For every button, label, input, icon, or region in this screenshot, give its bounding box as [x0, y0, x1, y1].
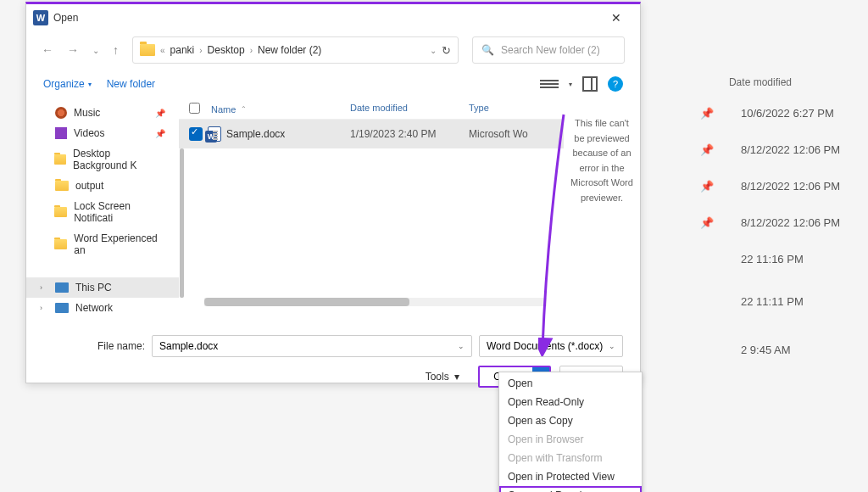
pin-icon[interactable]: 📌 [700, 107, 715, 120]
word-app-icon: W [33, 10, 48, 25]
help-button[interactable]: ? [608, 76, 623, 92]
horizontal-scrollbar[interactable] [204, 298, 547, 306]
sidebar-item-network[interactable]: ›Network [26, 298, 179, 318]
menu-item-open[interactable]: Open [499, 374, 642, 393]
menu-item-open-protected[interactable]: Open in Protected View [499, 467, 642, 486]
folder-icon [55, 181, 69, 191]
pin-icon[interactable]: 📌 [700, 180, 715, 193]
type-column[interactable]: Type [469, 103, 554, 115]
recent-dropdown[interactable]: ⌄ [92, 46, 99, 55]
folder-icon [54, 154, 66, 165]
date-column[interactable]: Date modified [350, 103, 469, 115]
filetype-select[interactable]: Word Documents (*.docx)⌄ [479, 335, 623, 357]
menu-item-open-transform: Open with Transform [499, 449, 642, 467]
pin-icon: 📌 [155, 109, 165, 118]
toolbar: Organize▾ New folder ▾ ? [26, 69, 640, 99]
menu-item-open-browser: Open in Browser [499, 430, 642, 449]
pin-icon: 📌 [155, 129, 165, 138]
path-dropdown[interactable]: ⌄ [430, 46, 437, 55]
sidebar-item-folder[interactable]: output [26, 176, 179, 196]
search-icon: 🔍 [481, 44, 494, 56]
video-icon [55, 127, 67, 139]
sidebar-item-videos[interactable]: Videos📌 [26, 123, 179, 143]
new-folder-button[interactable]: New folder [107, 78, 155, 90]
organize-menu[interactable]: Organize▾ [43, 78, 92, 90]
filename-label: File name: [43, 340, 145, 352]
word-doc-icon [208, 126, 221, 142]
music-icon [55, 107, 67, 119]
sidebar-item-this-pc[interactable]: ›This PC [26, 277, 179, 298]
file-list: Name⌃ Date modified Type Sample.docx 1/1… [179, 99, 564, 327]
file-row[interactable]: Sample.docx 1/19/2023 2:40 PM Microsoft … [179, 120, 564, 148]
titlebar: W Open ✕ [26, 4, 640, 31]
vertical-scrollbar[interactable] [180, 148, 184, 298]
list-header: Name⌃ Date modified Type [179, 99, 564, 120]
menu-item-open-readonly[interactable]: Open Read-Only [499, 393, 642, 411]
folder-icon [54, 239, 67, 249]
filename-input[interactable]: Sample.docx⌄ [152, 335, 472, 357]
back-button[interactable]: ← [42, 43, 53, 57]
sidebar-item-folder[interactable]: Desktop Background K [26, 143, 179, 176]
address-bar[interactable]: « panki › Desktop › New folder (2) ⌄ ↻ [132, 36, 459, 64]
menu-item-open-copy[interactable]: Open as Copy [499, 411, 642, 430]
chevron-down-icon[interactable]: ⌄ [609, 342, 615, 350]
dialog-title: Open [53, 12, 599, 24]
select-all-checkbox[interactable] [189, 103, 200, 114]
tools-menu[interactable]: Tools ▾ [426, 371, 460, 383]
sidebar: Music📌 Videos📌 Desktop Background K outp… [26, 99, 179, 327]
sidebar-item-music[interactable]: Music📌 [26, 103, 179, 123]
open-dropdown-menu: Open Open Read-Only Open as Copy Open in… [498, 372, 643, 492]
open-dialog: W Open ✕ ← → ⌄ ↑ « panki › Desktop › New… [25, 2, 641, 383]
chevron-down-icon[interactable]: ⌄ [458, 342, 465, 350]
pc-icon [55, 282, 69, 293]
sidebar-item-folder[interactable]: Lock Screen Notificati [26, 196, 179, 228]
name-column[interactable]: Name⌃ [211, 103, 350, 115]
expand-icon[interactable]: › [40, 283, 48, 292]
folder-icon [54, 207, 67, 217]
preview-pane: This file can't be previewed because of … [564, 99, 640, 327]
forward-button[interactable]: → [67, 43, 79, 57]
network-icon [55, 303, 69, 313]
view-button[interactable] [540, 76, 559, 92]
pin-icon[interactable]: 📌 [700, 216, 715, 229]
preview-toggle[interactable] [582, 76, 598, 92]
sidebar-item-folder[interactable]: Word Experienced an [26, 228, 179, 260]
expand-icon[interactable]: › [40, 304, 48, 312]
row-checkbox[interactable] [189, 127, 203, 141]
menu-item-open-repair[interactable]: Open and Repair [499, 486, 642, 492]
refresh-button[interactable]: ↻ [442, 44, 451, 57]
close-button[interactable]: ✕ [599, 11, 633, 25]
pin-icon[interactable]: 📌 [700, 143, 715, 156]
view-dropdown[interactable]: ▾ [569, 81, 572, 88]
up-button[interactable]: ↑ [113, 43, 119, 57]
search-input[interactable]: 🔍 Search New folder (2) [472, 36, 625, 64]
folder-icon [140, 44, 155, 56]
navbar: ← → ⌄ ↑ « panki › Desktop › New folder (… [26, 31, 640, 69]
